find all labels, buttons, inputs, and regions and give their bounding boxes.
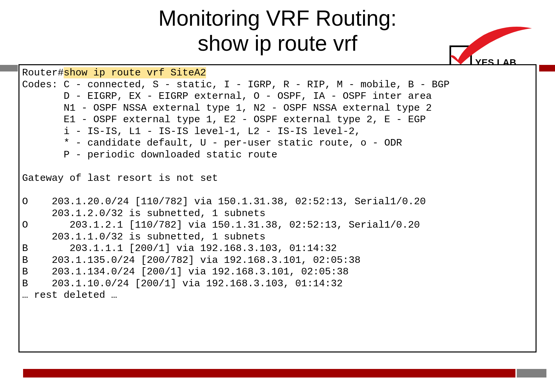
prompt: Router# (22, 67, 64, 78)
title-line-1: Monitoring VRF Routing: (158, 6, 397, 30)
title-line-2: show ip route vrf (198, 31, 357, 55)
terminal-output-box: Router#show ip route vrf SiteA2 Codes: C… (18, 64, 537, 352)
decoration-bar-right (539, 65, 555, 71)
decoration-bar-left (0, 65, 18, 71)
yeslab-logo: YES LAB (449, 23, 535, 66)
footer-red-bar (23, 369, 515, 378)
slide: Monitoring VRF Routing: show ip route vr… (0, 0, 555, 392)
footer-grey-bar (517, 369, 546, 378)
command-highlight: show ip route vrf SiteA2 (64, 67, 206, 78)
footer-bar (0, 369, 555, 378)
terminal-output: Router#show ip route vrf SiteA2 Codes: C… (22, 67, 533, 301)
